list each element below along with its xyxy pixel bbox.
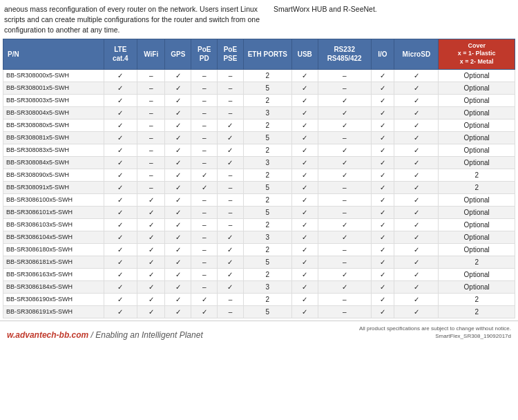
- cell-pn: BB-SR3086163x5-SWH: [3, 268, 104, 280]
- cell-rs232: ✓: [318, 280, 371, 293]
- cell-rs232: –: [318, 69, 371, 82]
- cell-cover: 2: [439, 181, 515, 193]
- cell-io: ✓: [371, 305, 394, 318]
- cell-wifi: –: [137, 82, 165, 94]
- col-header-wifi: WiFi: [137, 39, 165, 69]
- cell-pn: BB-SR3086103x5-SWH: [3, 218, 104, 231]
- col-header-usb: USB: [291, 39, 318, 69]
- cell-cover: Optional: [439, 69, 515, 82]
- cell-usb: ✓: [291, 280, 318, 293]
- cell-pn: BB-SR308091x5-SWH: [3, 181, 104, 193]
- cell-eth: 3: [243, 106, 291, 119]
- cell-gps: ✓: [165, 280, 191, 293]
- cell-poe_pse: ✓: [218, 243, 244, 256]
- cell-cover: Optional: [439, 94, 515, 106]
- cell-rs232: ✓: [318, 156, 371, 169]
- cell-lte: ✓: [104, 206, 137, 218]
- table-header-row: P/N LTEcat.4 WiFi GPS PoEPD PoEPSE ETH P…: [3, 39, 515, 69]
- cell-usb: ✓: [291, 268, 318, 280]
- cell-poe_pse: –: [218, 169, 244, 181]
- table-row: BB-SR308000x5-SWH✓–✓––2✓–✓✓Optional: [3, 69, 515, 82]
- footer-note: All product specifications are subject t…: [359, 325, 511, 340]
- cell-rs232: ✓: [318, 106, 371, 119]
- cell-io: ✓: [371, 156, 394, 169]
- cell-lte: ✓: [104, 144, 137, 156]
- cell-cover: Optional: [439, 119, 515, 131]
- cell-gps: ✓: [165, 243, 191, 256]
- cell-poe_pd: –: [191, 131, 218, 144]
- footer-note-line1: All product specifications are subject t…: [359, 325, 511, 332]
- cell-gps: ✓: [165, 131, 191, 144]
- cell-wifi: –: [137, 106, 165, 119]
- cell-pn: BB-SR308004x5-SWH: [3, 106, 104, 119]
- table-row: BB-SR308003x5-SWH✓–✓––2✓✓✓✓Optional: [3, 94, 515, 106]
- cell-gps: ✓: [165, 293, 191, 305]
- cell-wifi: –: [137, 181, 165, 193]
- table-row: BB-SR3086163x5-SWH✓✓✓–✓2✓✓✓✓Optional: [3, 268, 515, 280]
- cell-poe_pse: ✓: [218, 280, 244, 293]
- cell-io: ✓: [371, 169, 394, 181]
- cell-microsd: ✓: [394, 293, 439, 305]
- cell-lte: ✓: [104, 256, 137, 268]
- cell-wifi: –: [137, 131, 165, 144]
- cell-lte: ✓: [104, 94, 137, 106]
- cell-eth: 5: [243, 131, 291, 144]
- cell-usb: ✓: [291, 305, 318, 318]
- cell-usb: ✓: [291, 218, 318, 231]
- cell-eth: 2: [243, 193, 291, 206]
- cell-pn: BB-SR3086100x5-SWH: [3, 193, 104, 206]
- cell-poe_pd: –: [191, 231, 218, 243]
- cell-microsd: ✓: [394, 156, 439, 169]
- cell-cover: 2: [439, 293, 515, 305]
- cell-poe_pd: –: [191, 69, 218, 82]
- cell-usb: ✓: [291, 144, 318, 156]
- cell-eth: 2: [243, 293, 291, 305]
- cell-rs232: ✓: [318, 231, 371, 243]
- cell-usb: ✓: [291, 243, 318, 256]
- col-header-io: I/O: [371, 39, 394, 69]
- cell-lte: ✓: [104, 243, 137, 256]
- cell-lte: ✓: [104, 119, 137, 131]
- col-header-pn: P/N: [3, 39, 104, 69]
- cell-lte: ✓: [104, 181, 137, 193]
- cell-io: ✓: [371, 218, 394, 231]
- cell-lte: ✓: [104, 268, 137, 280]
- cell-cover: Optional: [439, 206, 515, 218]
- cell-usb: ✓: [291, 181, 318, 193]
- cell-microsd: ✓: [394, 144, 439, 156]
- table-row: BB-SR308004x5-SWH✓–✓––3✓✓✓✓Optional: [3, 106, 515, 119]
- cell-poe_pse: –: [218, 181, 244, 193]
- cell-usb: ✓: [291, 231, 318, 243]
- cell-pn: BB-SR3086181x5-SWH: [3, 256, 104, 268]
- cell-eth: 5: [243, 82, 291, 94]
- cell-pn: BB-SR308081x5-SWH: [3, 131, 104, 144]
- cell-gps: ✓: [165, 144, 191, 156]
- cell-poe_pse: ✓: [218, 268, 244, 280]
- cell-cover: Optional: [439, 144, 515, 156]
- cell-io: ✓: [371, 94, 394, 106]
- cell-microsd: ✓: [394, 131, 439, 144]
- cell-microsd: ✓: [394, 256, 439, 268]
- table-row: BB-SR3086191x5-SWH✓✓✓✓–5✓–✓✓2: [3, 305, 515, 318]
- cell-rs232: –: [318, 293, 371, 305]
- cell-usb: ✓: [291, 193, 318, 206]
- table-row: BB-SR308090x5-SWH✓–✓✓–2✓✓✓✓2: [3, 169, 515, 181]
- table-row: BB-SR3086184x5-SWH✓✓✓–✓3✓✓✓✓Optional: [3, 280, 515, 293]
- cell-microsd: ✓: [394, 119, 439, 131]
- cell-eth: 5: [243, 305, 291, 318]
- table-row: BB-SR308091x5-SWH✓–✓✓–5✓–✓✓2: [3, 181, 515, 193]
- cell-wifi: –: [137, 156, 165, 169]
- cell-pn: BB-SR308084x5-SWH: [3, 156, 104, 169]
- top-section: aneous mass reconfiguration of every rou…: [0, 0, 518, 39]
- cell-eth: 2: [243, 94, 291, 106]
- cell-poe_pse: ✓: [218, 156, 244, 169]
- cell-poe_pd: ✓: [191, 305, 218, 318]
- cell-cover: Optional: [439, 193, 515, 206]
- cell-cover: Optional: [439, 82, 515, 94]
- cell-gps: ✓: [165, 156, 191, 169]
- cell-cover: 2: [439, 305, 515, 318]
- cell-poe_pse: –: [218, 305, 244, 318]
- cell-rs232: –: [318, 206, 371, 218]
- cell-lte: ✓: [104, 82, 137, 94]
- cell-rs232: –: [318, 243, 371, 256]
